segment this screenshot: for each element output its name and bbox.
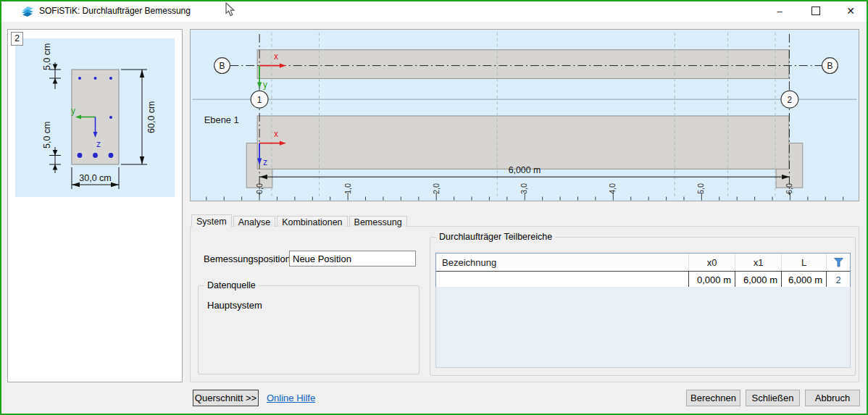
table-empty-area [435, 287, 851, 368]
dim-width-label: 30,0 cm [79, 173, 111, 183]
tab-system[interactable]: System [191, 214, 232, 227]
cell-count[interactable]: 2 [827, 272, 850, 288]
support-2-bubble: 2 [781, 91, 798, 108]
svg-text:1: 1 [257, 95, 262, 105]
ruler-label: 0,0 [255, 183, 264, 194]
dialog-window: SOFiSTiK: Durchlaufträger Bemessung – ✕ … [0, 0, 868, 415]
sofistik-logo-icon [20, 5, 35, 21]
beam-elevation-view [257, 116, 789, 169]
section-count-badge: 2 [11, 32, 23, 46]
column-header-x0: x0 [689, 253, 735, 271]
cell-x0[interactable]: 0,000 m [689, 272, 735, 288]
ruler-label: 2,0 [432, 183, 441, 194]
ruler-label: 6,0 [785, 183, 793, 194]
dim-height-label: 60,0 cm [146, 101, 157, 133]
cross-section-svg: y z 5,0 cm [15, 38, 175, 197]
cross-section-panel: 2 y z [7, 29, 183, 382]
tab-page-system: Bemessungsposition Datenquelle Hauptsyst… [190, 226, 859, 382]
svg-text:B: B [220, 61, 225, 71]
axis-x-label: x [274, 51, 278, 62]
span-dimension-label: 6,000 m [509, 165, 541, 175]
berechnen-button[interactable]: Berechnen [686, 390, 740, 406]
datenquelle-group-title: Datenquelle [204, 280, 259, 290]
axis-z-label: z [96, 139, 101, 149]
minimize-icon: – [777, 6, 782, 17]
mouse-cursor [225, 2, 236, 20]
ruler-label: 4,0 [608, 183, 617, 194]
dim-bottom-cover [49, 147, 61, 173]
rebar-side [109, 116, 112, 119]
table-header-row: Bezeichnung x0 x1 L [436, 253, 850, 271]
querschnitt-button[interactable]: Querschnitt >> [193, 390, 259, 406]
bemessungsposition-label: Bemessungsposition [204, 253, 291, 264]
filter-icon [834, 258, 843, 267]
axis-b-bubble-left: B [214, 58, 230, 74]
minimize-button[interactable]: – [763, 0, 796, 22]
tab-analyse[interactable]: Analyse [233, 216, 275, 227]
system-view-panel: 6,000 m x y x z [190, 29, 859, 201]
cross-section-drawing: y z 5,0 cm [15, 38, 175, 197]
column-header-filter[interactable] [827, 253, 850, 271]
window-title: SOFiSTiK: Durchlaufträger Bemessung [39, 6, 191, 16]
dim-height [121, 70, 147, 164]
maximize-icon [811, 7, 820, 15]
svg-text:B: B [827, 61, 832, 71]
axis-y-label: y [263, 80, 267, 90]
axis-y-label: y [71, 106, 75, 116]
tab-bar: System Analyse Kombinationen Bemessung [191, 214, 407, 227]
online-hilfe-link[interactable]: Online Hilfe [267, 393, 315, 403]
column-header-bezeichnung: Bezeichnung [436, 253, 689, 271]
tab-bemessung[interactable]: Bemessung [349, 216, 407, 227]
maximize-button[interactable] [799, 0, 832, 22]
dim-top-cover-label: 5,0 cm [42, 43, 52, 70]
support-1-bubble: 1 [251, 91, 268, 108]
ruler-labels: 0,0 1,0 2,0 3,0 4,0 5,0 6,0 [255, 183, 794, 194]
column-header-x1: x1 [735, 253, 782, 271]
abbruch-button[interactable]: Abbruch [805, 390, 860, 406]
datenquelle-group: Datenquelle Hauptsystem [198, 285, 420, 374]
ruler-label: 5,0 [696, 183, 705, 194]
ruler-label: 3,0 [519, 183, 528, 194]
beam-plan-view [257, 50, 789, 79]
titlebar: SOFiSTiK: Durchlaufträger Bemessung – ✕ [0, 0, 868, 22]
teilbereiche-group: Durchlaufträger Teilbereiche Bezeichnung… [430, 237, 856, 376]
level-label: Ebene 1 [204, 114, 239, 125]
cell-bezeichnung[interactable] [436, 272, 689, 288]
cell-x1[interactable]: 6,000 m [735, 272, 782, 288]
teilbereiche-table: Bezeichnung x0 x1 L 0,000 m 6,000 m 6,00… [435, 253, 851, 288]
column-header-l: L [782, 253, 827, 271]
datenquelle-value: Hauptsystem [207, 300, 262, 311]
bemessungsposition-input[interactable] [289, 251, 416, 267]
axis-b-bubble-right: B [822, 58, 838, 74]
system-view-svg: 6,000 m x y x z [191, 30, 859, 201]
axis-z-label: z [263, 157, 267, 167]
tab-kombinationen[interactable]: Kombinationen [277, 216, 347, 227]
schliessen-button[interactable]: Schließen [746, 390, 800, 406]
ruler-label: 1,0 [343, 183, 352, 194]
cell-l[interactable]: 6,000 m [782, 272, 827, 288]
svg-text:2: 2 [788, 95, 793, 105]
teilbereiche-group-title: Durchlaufträger Teilbereiche [436, 232, 555, 242]
dim-bottom-cover-label: 5,0 cm [42, 121, 52, 148]
close-button[interactable]: ✕ [834, 0, 867, 22]
close-icon: ✕ [846, 5, 855, 17]
table-row[interactable]: 0,000 m 6,000 m 6,000 m 2 [436, 271, 850, 288]
axis-x-label: x [274, 129, 278, 139]
